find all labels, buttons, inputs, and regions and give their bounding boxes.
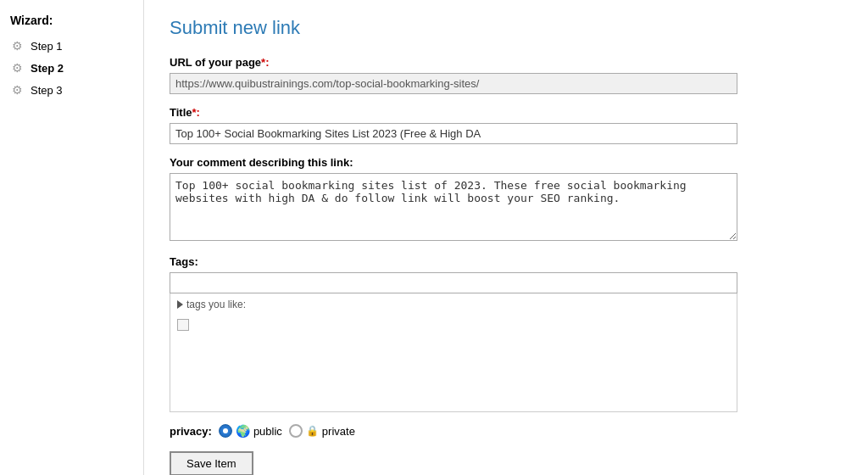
tags-suggestions-panel: tags you like: (170, 293, 737, 412)
title-group: Title*: (170, 106, 843, 144)
radio-public-selected[interactable] (219, 424, 232, 438)
globe-icon: 🌍 (236, 424, 250, 438)
radio-private-unselected[interactable] (289, 424, 303, 438)
tags-suggestions-label: tags you like: (186, 299, 246, 310)
title-label: Title*: (170, 106, 843, 119)
tags-group: Tags: tags you like: (170, 255, 843, 412)
page-title: Submit new link (170, 17, 843, 39)
title-required: *: (192, 106, 200, 119)
tags-input[interactable] (170, 272, 737, 293)
lock-icon: 🔒 (306, 425, 319, 437)
url-required: *: (261, 56, 269, 69)
radio-option-private[interactable]: 🔒 private (289, 424, 355, 438)
tag-checkbox-item[interactable] (177, 319, 189, 331)
privacy-row: privacy: 🌍 public 🔒 private (170, 424, 843, 438)
tags-input-wrapper: tags you like: (170, 272, 737, 412)
privacy-label: privacy: (170, 425, 212, 438)
tag-checkbox-area (177, 316, 730, 334)
sidebar: Wizard: ⚙ Step 1 ⚙ Step 2 ⚙ Step 3 (0, 0, 144, 475)
url-label: URL of your page*: (170, 56, 843, 69)
tags-suggestions-toggle[interactable]: tags you like: (177, 299, 730, 310)
sidebar-item-label-step1: Step 1 (31, 40, 63, 53)
sidebar-title: Wizard: (10, 14, 133, 27)
gear-icon-step3: ⚙ (10, 83, 24, 97)
sidebar-item-label-step2: Step 2 (31, 62, 64, 75)
public-label: public (253, 425, 282, 438)
comment-group: Your comment describing this link: Top 1… (170, 156, 843, 243)
save-button[interactable]: Save Item (170, 451, 253, 475)
tags-label: Tags: (170, 255, 843, 268)
title-input[interactable] (170, 123, 737, 144)
radio-option-public[interactable]: 🌍 public (219, 424, 282, 438)
comment-textarea[interactable]: Top 100+ social bookmarking sites list o… (170, 173, 737, 241)
private-label: private (322, 425, 355, 438)
sidebar-item-label-step3: Step 3 (31, 84, 63, 97)
triangle-icon (177, 300, 183, 309)
url-group: URL of your page*: (170, 56, 843, 94)
main-content: Submit new link URL of your page*: Title… (144, 0, 868, 475)
url-input[interactable] (170, 73, 737, 94)
sidebar-item-step2[interactable]: ⚙ Step 2 (10, 61, 133, 75)
radio-dot-public (220, 426, 231, 436)
sidebar-item-step3[interactable]: ⚙ Step 3 (10, 83, 133, 97)
gear-icon-step2: ⚙ (10, 61, 24, 75)
comment-label: Your comment describing this link: (170, 156, 843, 169)
gear-icon-step1: ⚙ (10, 39, 24, 53)
sidebar-item-step1[interactable]: ⚙ Step 1 (10, 39, 133, 53)
svg-point-0 (223, 428, 228, 433)
